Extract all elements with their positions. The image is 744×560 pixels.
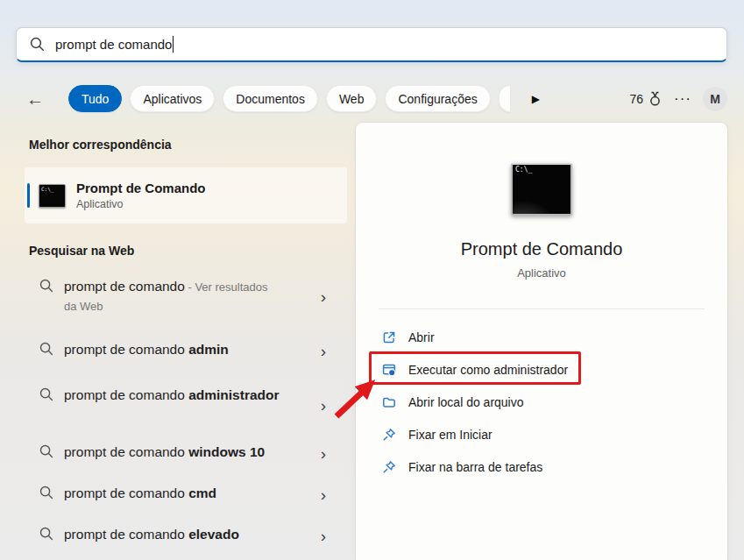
search-icon — [39, 444, 53, 458]
tab-web[interactable]: Web — [326, 85, 378, 112]
best-match-subtitle: Aplicativo — [76, 198, 206, 210]
best-match-title: Prompt de Comando — [76, 181, 206, 195]
search-icon — [39, 486, 53, 500]
tab-tudo[interactable]: Tudo — [68, 85, 122, 112]
annotation-arrow-icon — [330, 376, 383, 422]
more-options-button[interactable]: ··· — [674, 95, 691, 103]
tab-documentos[interactable]: Documentos — [223, 85, 318, 112]
suggestion-text: prompt de comando cmd — [64, 484, 283, 505]
search-icon — [39, 279, 53, 293]
action-abrir-local-do-arquivo[interactable]: Abrir local do arquivo — [356, 386, 727, 418]
action-abrir[interactable]: Abrir — [356, 321, 727, 353]
web-suggestion-row[interactable]: prompt de comando elevado › — [25, 525, 347, 546]
best-match-heading: Melhor correspondência — [29, 138, 172, 152]
action-fixar-em-iniciar[interactable]: Fixar em Iniciar — [356, 418, 727, 450]
chevron-right-icon[interactable]: › — [321, 397, 326, 414]
cmd-prompt-icon: C:\_ — [39, 184, 66, 208]
cmd-prompt-icon-large: C:\_ — [511, 163, 572, 216]
rewards-points: 76 — [629, 92, 643, 106]
action-label: Abrir local do arquivo — [408, 395, 524, 409]
action-fixar-na-barra-de-tarefas[interactable]: Fixar na barra de tarefas — [356, 450, 727, 483]
app-title: Prompt de Comando — [356, 239, 727, 259]
action-label: Abrir — [408, 330, 435, 344]
web-suggestion-row[interactable]: prompt de comando windows 10 › — [25, 443, 347, 464]
divider — [379, 308, 705, 309]
web-suggestion-row[interactable]: prompt de comando admin › — [25, 340, 347, 361]
chevron-right-icon[interactable]: › — [321, 288, 326, 305]
suggestion-text: prompt de comando admin — [64, 340, 283, 361]
web-suggestion-row[interactable]: prompt de comando - Ver resultados da We… — [25, 277, 347, 315]
filter-row: ← Tudo Aplicativos Documentos Web Config… — [0, 85, 744, 113]
user-avatar[interactable]: M — [703, 87, 727, 111]
selection-indicator — [27, 183, 30, 208]
search-icon — [39, 527, 53, 541]
rewards-medal-icon — [648, 91, 663, 107]
app-subtitle: Aplicativo — [356, 266, 727, 280]
tab-partial-clipped[interactable] — [499, 85, 510, 112]
text-cursor — [173, 36, 174, 53]
folder-icon — [382, 395, 396, 409]
web-suggestion-row[interactable]: prompt de comando cmd › — [25, 484, 347, 505]
chevron-right-icon[interactable]: › — [321, 343, 326, 359]
windows-search-window: prompt de comando ← Tudo Aplicativos Doc… — [0, 0, 744, 560]
suggestion-text: prompt de comando windows 10 — [64, 443, 283, 464]
action-label: Fixar na barra de tarefas — [408, 460, 542, 474]
back-arrow-icon[interactable]: ← — [26, 88, 44, 110]
suggestion-text: prompt de comando elevado — [64, 525, 283, 546]
suggestion-text: prompt de comando administrador — [64, 386, 283, 424]
chevron-right-icon[interactable]: › — [321, 528, 326, 544]
tabs-overflow-arrow-icon[interactable]: ▶ — [532, 93, 540, 105]
preview-panel: C:\_ Prompt de Comando Aplicativo Abrir … — [356, 123, 727, 560]
search-icon — [30, 37, 45, 52]
action-label: Fixar em Iniciar — [408, 428, 492, 442]
web-search-heading: Pesquisar na Web — [29, 244, 134, 258]
search-icon — [39, 342, 53, 356]
highlight-box-annotation — [369, 351, 581, 385]
best-match-result[interactable]: C:\_ Prompt de Comando Aplicativo — [25, 167, 347, 223]
open-external-icon — [382, 330, 396, 344]
web-suggestion-row[interactable]: prompt de comando administrador › — [25, 386, 347, 424]
app-actions: Abrir Executar como administrador Abrir … — [356, 321, 727, 483]
tab-configuracoes[interactable]: Configurações — [385, 85, 490, 112]
search-query-text: prompt de comando — [55, 37, 172, 52]
tab-aplicativos[interactable]: Aplicativos — [130, 85, 215, 112]
search-input[interactable]: prompt de comando — [16, 27, 727, 62]
suggestion-text: prompt de comando - Ver resultados da We… — [64, 277, 283, 315]
chevron-right-icon[interactable]: › — [321, 486, 326, 503]
pin-icon — [382, 428, 396, 442]
chevron-right-icon[interactable]: › — [321, 445, 326, 462]
rewards-button[interactable]: 76 — [629, 91, 663, 107]
search-icon — [39, 387, 53, 401]
header-right-group: 76 ··· M — [629, 85, 727, 112]
filter-tabs: Tudo Aplicativos Documentos Web Configur… — [68, 85, 540, 112]
pin-icon — [382, 460, 396, 474]
